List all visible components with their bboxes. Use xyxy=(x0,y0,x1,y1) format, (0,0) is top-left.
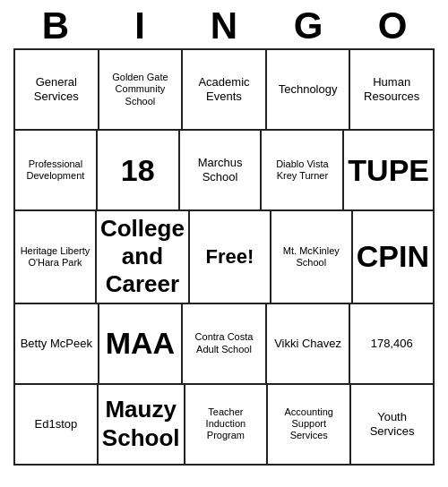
letter-b: B xyxy=(20,7,91,45)
bingo-cell-3-3: Vikki Chavez xyxy=(267,304,351,383)
bingo-row-3: Betty McPeekMAAContra Costa Adult School… xyxy=(15,304,433,385)
bingo-cell-1-4: TUPE xyxy=(344,131,433,209)
bingo-cell-1-0: Professional Development xyxy=(15,131,98,209)
bingo-row-2: Heritage Liberty O'Hara ParkCollege and … xyxy=(15,211,433,304)
bingo-cell-2-0: Heritage Liberty O'Hara Park xyxy=(15,211,97,303)
bingo-cell-0-2: Academic Events xyxy=(183,50,267,129)
letter-i: I xyxy=(104,7,176,45)
bingo-cell-4-2: Teacher Induction Program xyxy=(185,385,269,464)
bingo-row-1: Professional Development18Marchus School… xyxy=(15,131,433,211)
letter-g: G xyxy=(272,7,344,45)
bingo-title: B I N G O xyxy=(13,0,435,48)
bingo-cell-0-3: Technology xyxy=(267,50,351,129)
bingo-cell-4-3: Accounting Support Services xyxy=(268,385,351,464)
bingo-cell-1-1: 18 xyxy=(98,131,180,209)
bingo-cell-3-1: MAA xyxy=(99,304,184,383)
letter-n: N xyxy=(188,7,260,45)
bingo-cell-2-1: College and Career xyxy=(97,211,190,303)
bingo-cell-1-3: Diablo Vista Krey Turner xyxy=(262,131,344,209)
bingo-row-4: Ed1stopMauzy SchoolTeacher Induction Pro… xyxy=(15,385,433,464)
bingo-cell-4-4: Youth Services xyxy=(351,385,433,464)
bingo-row-0: General ServicesGolden Gate Community Sc… xyxy=(15,50,433,131)
bingo-cell-3-4: 178,406 xyxy=(350,304,433,383)
letter-o: O xyxy=(357,7,428,45)
bingo-cell-0-4: Human Resources xyxy=(350,50,433,129)
bingo-cell-0-1: Golden Gate Community School xyxy=(99,50,184,129)
bingo-grid: General ServicesGolden Gate Community Sc… xyxy=(13,48,435,466)
bingo-cell-2-3: Mt. McKinley School xyxy=(271,211,353,303)
bingo-cell-1-2: Marchus School xyxy=(180,131,263,209)
bingo-cell-3-2: Contra Costa Adult School xyxy=(183,304,267,383)
bingo-cell-4-0: Ed1stop xyxy=(15,385,99,464)
bingo-cell-3-0: Betty McPeek xyxy=(15,304,99,383)
bingo-cell-4-1: Mauzy School xyxy=(99,385,185,464)
bingo-cell-2-4: CPIN xyxy=(353,211,433,303)
bingo-cell-2-2: Free! xyxy=(190,211,271,303)
bingo-cell-0-0: General Services xyxy=(15,50,99,129)
